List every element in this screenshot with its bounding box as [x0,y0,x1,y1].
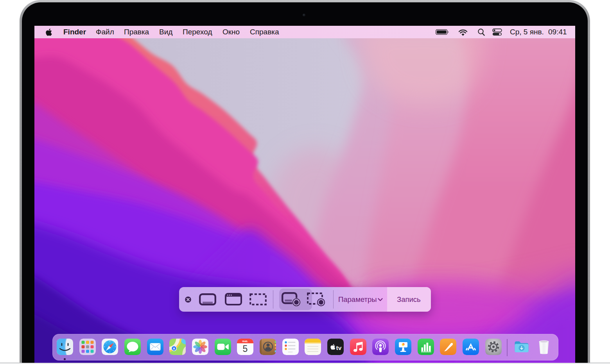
svg-text:ЯНВ.: ЯНВ. [242,340,248,343]
svg-text:5: 5 [243,344,248,354]
svg-text:tv: tv [336,344,341,351]
